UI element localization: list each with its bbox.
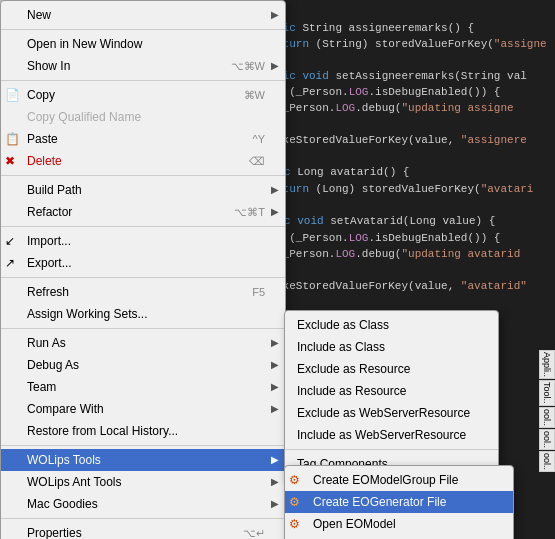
new-label: New — [27, 6, 51, 24]
menu-item-import[interactable]: ↙ Import... — [1, 230, 285, 252]
menu-item-properties[interactable]: Properties ⌥↵ — [1, 522, 285, 539]
submenu2-item-include-webserver[interactable]: Include as WebServerResource — [285, 424, 498, 446]
separator-1 — [1, 29, 285, 30]
submenu-create-eomodel-group[interactable]: ⚙ Create EOModelGroup File — [285, 469, 513, 491]
menu-item-open-new-window[interactable]: Open in New Window — [1, 33, 285, 55]
separator-8 — [1, 518, 285, 519]
menu-item-refresh[interactable]: Refresh F5 — [1, 281, 285, 303]
open-eomodel-label: Open EOModel — [313, 515, 396, 533]
submenu-buildpath: Exclude as Class Include as Class Exclud… — [284, 310, 499, 479]
create-eogenerator-icon: ⚙ — [289, 493, 300, 511]
exclude-class-label: Exclude as Class — [297, 316, 389, 334]
show-in-label: Show In — [27, 57, 70, 75]
submenu2-item-exclude-resource[interactable]: Exclude as Resource — [285, 358, 498, 380]
menu-item-debug-as[interactable]: Debug As ▶ — [1, 354, 285, 376]
side-label-appli[interactable]: Appli.. — [539, 350, 555, 379]
side-label-ool3[interactable]: ool.. — [539, 451, 555, 472]
separator-5 — [1, 277, 285, 278]
mac-goodies-arrow: ▶ — [271, 495, 279, 513]
compare-with-arrow: ▶ — [271, 400, 279, 418]
menu-item-copy-qualified[interactable]: Copy Qualified Name — [1, 106, 285, 128]
menu-item-wolips-ant-tools[interactable]: WOLips Ant Tools ▶ — [1, 471, 285, 493]
open-new-window-label: Open in New Window — [27, 35, 142, 53]
separator-6 — [1, 328, 285, 329]
paste-icon: 📋 — [5, 130, 20, 148]
delete-shortcut: ⌫ — [249, 152, 265, 170]
properties-shortcut: ⌥↵ — [243, 524, 265, 539]
wolips-ant-tools-arrow: ▶ — [271, 473, 279, 491]
menu-item-copy[interactable]: 📄 Copy ⌘W — [1, 84, 285, 106]
menu-item-restore-history[interactable]: Restore from Local History... — [1, 420, 285, 442]
wolips-ant-tools-label: WOLips Ant Tools — [27, 473, 122, 491]
properties-label: Properties — [27, 524, 82, 539]
debug-as-arrow: ▶ — [271, 356, 279, 374]
include-class-label: Include as Class — [297, 338, 385, 356]
context-menu: New ▶ Open in New Window Show In ⌥⌘W ▶ 📄… — [0, 0, 286, 539]
side-labels-panel: Appli.. Tool.. ool.. ool.. ool.. — [539, 350, 555, 472]
separator-3 — [1, 175, 285, 176]
menu-item-team[interactable]: Team ▶ — [1, 376, 285, 398]
submenu2-item-include-resource[interactable]: Include as Resource — [285, 380, 498, 402]
separator-4 — [1, 226, 285, 227]
submenu2-item-exclude-webserver[interactable]: Exclude as WebServerResource — [285, 402, 498, 424]
delete-icon: ✖ — [5, 152, 15, 170]
menu-item-wolips-tools[interactable]: WOLips Tools ▶ — [1, 449, 285, 471]
assign-working-sets-label: Assign Working Sets... — [27, 305, 148, 323]
paste-label: Paste — [27, 130, 58, 148]
submenu-open-eomodel[interactable]: ⚙ Open EOModel — [285, 513, 513, 535]
menu-item-delete[interactable]: ✖ Delete ⌫ — [1, 150, 285, 172]
menu-item-build-path[interactable]: Build Path ▶ — [1, 179, 285, 201]
import-icon: ↙ — [5, 232, 15, 250]
build-path-arrow: ▶ — [271, 181, 279, 199]
separator-7 — [1, 445, 285, 446]
menu-item-show-in[interactable]: Show In ⌥⌘W ▶ — [1, 55, 285, 77]
compare-with-label: Compare With — [27, 400, 104, 418]
refactor-label: Refactor — [27, 203, 72, 221]
side-label-ool1[interactable]: ool.. — [539, 407, 555, 428]
side-label-tool[interactable]: Tool.. — [539, 380, 555, 406]
paste-shortcut: ^Y — [253, 130, 266, 148]
menu-item-compare-with[interactable]: Compare With ▶ — [1, 398, 285, 420]
copy-qualified-label: Copy Qualified Name — [27, 108, 141, 126]
show-in-shortcut: ⌥⌘W — [231, 57, 265, 75]
open-eomodel-icon: ⚙ — [289, 515, 300, 533]
submenu-open-entity-modeler[interactable]: ⚙ Open Entity Modeler — [285, 535, 513, 539]
team-label: Team — [27, 378, 56, 396]
menu-item-new[interactable]: New ▶ — [1, 4, 285, 26]
create-eogenerator-label: Create EOGenerator File — [313, 493, 446, 511]
submenu-create-eogenerator[interactable]: ⚙ Create EOGenerator File — [285, 491, 513, 513]
wolips-tools-label: WOLips Tools — [27, 451, 101, 469]
menu-item-paste[interactable]: 📋 Paste ^Y — [1, 128, 285, 150]
side-label-ool2[interactable]: ool.. — [539, 429, 555, 450]
team-arrow: ▶ — [271, 378, 279, 396]
menu-item-export[interactable]: ↗ Export... — [1, 252, 285, 274]
export-label: Export... — [27, 254, 72, 272]
wolips-tools-arrow: ▶ — [271, 451, 279, 469]
show-in-arrow: ▶ — [271, 57, 279, 75]
submenu2-separator — [285, 449, 498, 450]
new-arrow: ▶ — [271, 6, 279, 24]
build-path-label: Build Path — [27, 181, 82, 199]
menu-item-assign-working-sets[interactable]: Assign Working Sets... — [1, 303, 285, 325]
include-resource-label: Include as Resource — [297, 382, 406, 400]
copy-label: Copy — [27, 86, 55, 104]
menu-item-mac-goodies[interactable]: Mac Goodies ▶ — [1, 493, 285, 515]
exclude-resource-label: Exclude as Resource — [297, 360, 410, 378]
debug-as-label: Debug As — [27, 356, 79, 374]
submenu2-item-exclude-class[interactable]: Exclude as Class — [285, 314, 498, 336]
include-webserver-label: Include as WebServerResource — [297, 426, 466, 444]
menu-item-run-as[interactable]: Run As ▶ — [1, 332, 285, 354]
export-icon: ↗ — [5, 254, 15, 272]
refresh-shortcut: F5 — [252, 283, 265, 301]
exclude-webserver-label: Exclude as WebServerResource — [297, 404, 470, 422]
separator-2 — [1, 80, 285, 81]
delete-label: Delete — [27, 152, 62, 170]
refactor-arrow: ▶ — [271, 203, 279, 221]
menu-item-refactor[interactable]: Refactor ⌥⌘T ▶ — [1, 201, 285, 223]
submenu-wolips-tools: ⚙ Create EOModelGroup File ⚙ Create EOGe… — [284, 465, 514, 539]
import-label: Import... — [27, 232, 71, 250]
mac-goodies-label: Mac Goodies — [27, 495, 98, 513]
restore-history-label: Restore from Local History... — [27, 422, 178, 440]
submenu2-item-include-class[interactable]: Include as Class — [285, 336, 498, 358]
copy-icon: 📄 — [5, 86, 20, 104]
